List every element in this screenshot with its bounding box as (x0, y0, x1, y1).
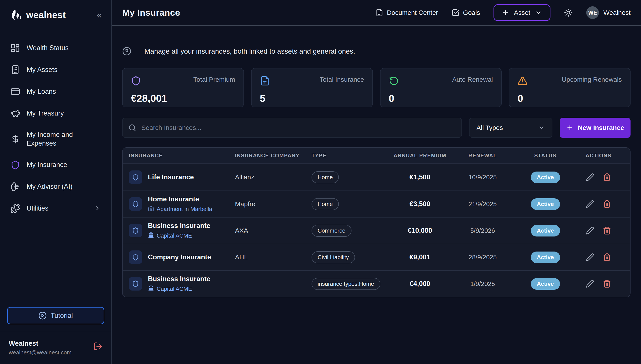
actions-cell (573, 200, 624, 208)
actions-cell (573, 173, 624, 181)
delete-button[interactable] (603, 200, 611, 208)
insurance-name: Business Insurante (148, 275, 210, 283)
sidebar-item-my-loans[interactable]: My Loans (0, 81, 111, 102)
type-filter-select[interactable]: All Types (469, 118, 552, 138)
status-cell: Active (518, 198, 573, 210)
delete-button[interactable] (603, 226, 611, 235)
insurance-name: Home Insurante (148, 195, 212, 203)
logout-button[interactable] (93, 342, 103, 352)
stat-value: 0 (517, 92, 622, 104)
tutorial-button[interactable]: Tutorial (7, 307, 104, 324)
sidebar-item-my-treasury[interactable]: My Treasury (0, 102, 111, 124)
type-badge: insurance.types.Home (311, 278, 380, 290)
file-text-icon (260, 76, 270, 86)
plus-icon (566, 124, 574, 132)
column-header-status: Status (518, 152, 573, 159)
table-row[interactable]: Business InsuranteCapital ACMEinsurance.… (123, 270, 630, 297)
main-panel: Manage all your insurances, both linked … (112, 26, 641, 364)
account-menu[interactable]: WE Wealnest (586, 6, 630, 19)
sidebar-item-my-income-and-expenses[interactable]: My Income and Expenses (0, 124, 111, 154)
edit-button[interactable] (586, 280, 594, 288)
linked-asset-link[interactable]: Capital ACME (148, 285, 210, 293)
play-circle-icon (38, 312, 47, 320)
document-center-button[interactable]: Document Center (376, 9, 438, 16)
table-row[interactable]: Business InsuranteCapital ACMEAXACommerc… (123, 217, 630, 244)
status-cell: Active (518, 225, 573, 236)
logo[interactable]: wealnest (10, 8, 66, 22)
renewal-cell: 10/9/2025 (448, 174, 518, 181)
table-row[interactable]: Home InsuranteApartment in MarbellaMapfr… (123, 190, 630, 217)
insurance-table: InsuranceInsurance CompanyTypeAnnual Pre… (122, 147, 630, 297)
credit-card-icon (11, 87, 20, 96)
sidebar: wealnest « Wealth StatusMy AssetsMy Loan… (0, 0, 112, 364)
sidebar-item-utilities[interactable]: Utilities (0, 198, 111, 220)
goals-button[interactable]: Goals (452, 9, 480, 16)
chevron-right-icon (94, 205, 101, 212)
document-center-label: Document Center (387, 9, 438, 16)
linked-asset-link[interactable]: Capital ACME (148, 232, 210, 240)
delete-button[interactable] (603, 253, 611, 261)
delete-button[interactable] (603, 173, 611, 181)
linked-asset-label: Capital ACME (157, 286, 192, 292)
stat-label: Total Insurance (320, 76, 364, 83)
sidebar-item-my-assets[interactable]: My Assets (0, 59, 111, 81)
stat-label: Total Premium (193, 76, 235, 83)
sidebar-item-wealth-status[interactable]: Wealth Status (0, 37, 111, 59)
edit-button[interactable] (586, 253, 594, 261)
stat-card-upcoming-renewals: Upcoming Renewals0 (509, 68, 630, 107)
header-actions: Document Center Goals Asset (376, 4, 630, 21)
edit-button[interactable] (586, 173, 594, 181)
premium-cell: €4,000 (392, 280, 448, 288)
insurance-cell: Home InsuranteApartment in Marbella (129, 195, 235, 213)
goals-label: Goals (463, 9, 480, 16)
brain-icon (11, 182, 20, 192)
chevron-down-icon (538, 124, 545, 131)
actions-cell (573, 226, 624, 235)
dashboard-icon (11, 43, 20, 53)
company-cell: AHL (235, 254, 311, 261)
table-row[interactable]: Company InsuranteAHLCivil Liability€9,00… (123, 244, 630, 270)
shield-icon (11, 160, 20, 170)
theme-toggle-button[interactable] (564, 8, 573, 17)
insurance-name: Life Insurance (148, 173, 194, 181)
refresh-icon (389, 76, 399, 86)
new-insurance-button[interactable]: New Insurance (560, 118, 630, 138)
type-cell: Commerce (311, 225, 392, 237)
sidebar-item-my-advisor-ai[interactable]: My Advisor (AI) (0, 176, 111, 198)
delete-button[interactable] (603, 280, 611, 288)
edit-button[interactable] (586, 200, 594, 208)
sun-icon (564, 8, 573, 17)
bank-icon (148, 285, 154, 293)
search-icon (128, 124, 136, 132)
sidebar-header: wealnest « (0, 0, 111, 28)
stat-value: 0 (389, 92, 493, 104)
edit-button[interactable] (586, 226, 594, 235)
chevron-down-icon (535, 9, 542, 16)
shield-icon (129, 250, 142, 264)
stat-card-auto-renewal: Auto Renewal0 (380, 68, 502, 107)
renewal-cell: 1/9/2025 (448, 280, 518, 288)
table-row[interactable]: Life InsuranceAllianzHome€1,50010/9/2025… (123, 164, 630, 190)
sidebar-item-my-insurance[interactable]: My Insurance (0, 154, 111, 176)
linked-asset-link[interactable]: Apartment in Marbella (148, 205, 212, 213)
type-cell: Home (311, 171, 392, 183)
type-cell: Home (311, 198, 392, 210)
status-badge: Active (531, 225, 560, 236)
sidebar-item-label: My Income and Expenses (27, 130, 94, 148)
search-input[interactable] (122, 118, 462, 138)
add-asset-button[interactable]: Asset (494, 4, 550, 21)
shield-icon (129, 224, 142, 237)
premium-cell: €3,500 (392, 200, 448, 208)
file-text-icon (376, 9, 383, 16)
sidebar-collapse-button[interactable]: « (97, 11, 102, 20)
puzzle-icon (11, 204, 20, 214)
column-header-actions: Actions (573, 152, 624, 159)
stat-label: Auto Renewal (452, 76, 493, 83)
sidebar-spacer (0, 220, 111, 307)
linked-asset-label: Capital ACME (157, 232, 192, 239)
shield-icon (129, 277, 142, 290)
status-badge: Active (531, 252, 560, 263)
actions-cell (573, 253, 624, 261)
column-header-type: Type (311, 152, 392, 159)
renewal-cell: 28/9/2025 (448, 254, 518, 261)
